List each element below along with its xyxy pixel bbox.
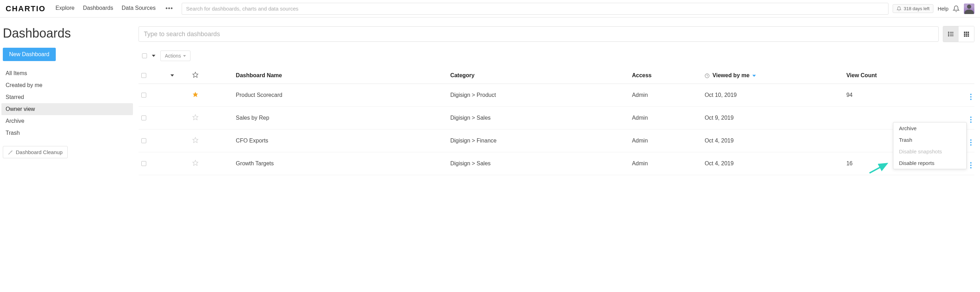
row-menu-icon[interactable] [970,139,972,146]
nav-more-icon[interactable]: ••• [164,5,175,12]
sort-desc-icon [752,75,756,77]
svg-rect-13 [966,35,967,37]
row-viewed: Oct 4, 2019 [702,129,843,152]
star-icon[interactable] [192,114,199,120]
sidebar-item-archive[interactable]: Archive [2,115,133,127]
nav-explore[interactable]: Explore [56,5,74,12]
star-column-icon[interactable] [192,72,199,78]
wand-icon [8,150,13,155]
svg-point-5 [948,35,949,36]
dashboard-cleanup-button[interactable]: Dashboard Cleanup [3,146,68,158]
row-menu-icon[interactable] [970,162,972,168]
svg-rect-8 [968,32,969,33]
global-search-input[interactable] [182,3,889,15]
svg-point-4 [948,34,949,34]
svg-rect-12 [964,35,965,37]
clock-icon [705,73,710,78]
row-name: CFO Exports [233,129,447,152]
notifications-icon[interactable] [953,5,960,12]
row-access: Admin [629,84,702,107]
menu-disable-reports[interactable]: Disable reports [893,157,966,169]
days-left-text: 318 days left [904,6,929,11]
actions-label: Actions [165,53,181,59]
list-view-toggle[interactable] [943,26,959,42]
col-name[interactable]: Dashboard Name [233,67,447,84]
sidebar-item-owner-view[interactable]: Owner view [2,103,133,115]
help-link[interactable]: Help [937,6,948,11]
svg-marker-18 [193,115,198,120]
svg-rect-11 [968,34,969,35]
table-row[interactable]: Growth Targets Digisign > Sales Admin Oc… [138,152,974,175]
svg-rect-14 [968,35,969,37]
new-dashboard-button[interactable]: New Dashboard [3,48,56,61]
svg-marker-20 [193,160,198,166]
row-context-menu: Archive Trash Disable snapshots Disable … [893,122,967,169]
col-category[interactable]: Category [447,67,629,84]
svg-marker-17 [193,92,198,97]
row-name: Growth Targets [233,152,447,175]
svg-rect-7 [966,32,967,33]
topbar: CHARTIO Explore Dashboards Data Sources … [0,0,980,18]
row-access: Admin [629,152,702,175]
row-menu-icon[interactable] [970,94,972,100]
menu-archive[interactable]: Archive [893,123,966,134]
col-access[interactable]: Access [629,67,702,84]
view-toggles [943,26,974,42]
actions-button[interactable]: Actions [160,51,191,61]
dashboards-table: Dashboard Name Category Access Viewed by… [138,67,974,175]
row-access: Admin [629,129,702,152]
row-viewed: Oct 4, 2019 [702,152,843,175]
nav-dashboards[interactable]: Dashboards [83,5,113,12]
table-row[interactable]: Product Scorecard Digisign > Product Adm… [138,84,974,107]
star-icon[interactable] [192,137,199,143]
topnav: Explore Dashboards Data Sources ••• [56,5,174,12]
nav-datasources[interactable]: Data Sources [122,5,156,12]
select-caret-icon[interactable] [152,55,155,57]
main-content: Actions Dashboard Name Category Access [138,18,980,175]
star-icon[interactable] [192,91,199,97]
row-name: Sales by Rep [233,107,447,129]
caret-down-icon [183,55,186,57]
page-title: Dashboards [2,26,133,41]
bell-icon [897,6,901,11]
svg-rect-10 [966,34,967,35]
row-checkbox[interactable] [142,161,146,166]
header-checkbox[interactable] [142,73,146,78]
menu-disable-snapshots[interactable]: Disable snapshots [893,146,966,157]
dashboard-search-input[interactable] [138,26,939,42]
svg-rect-6 [964,32,965,33]
row-category: Digisign > Sales [447,152,629,175]
row-viewed: Oct 9, 2019 [702,107,843,129]
row-checkbox[interactable] [142,115,146,120]
table-row[interactable]: CFO Exports Digisign > Finance Admin Oct… [138,129,974,152]
select-all-checkbox[interactable] [142,53,147,58]
row-category: Digisign > Product [447,84,629,107]
table-row[interactable]: Sales by Rep Digisign > Sales Admin Oct … [138,107,974,129]
row-checkbox[interactable] [142,93,146,97]
sidebar-item-starred[interactable]: Starred [2,91,133,103]
row-access: Admin [629,107,702,129]
row-viewed: Oct 10, 2019 [702,84,843,107]
col-viewed-label: Viewed by me [713,72,749,78]
svg-marker-19 [193,137,198,143]
days-left-badge[interactable]: 318 days left [892,4,933,13]
row-view-count: 94 [843,84,945,107]
row-menu-icon[interactable] [970,116,972,123]
star-icon[interactable] [192,160,199,166]
list-icon [947,30,955,38]
col-view-count[interactable]: View Count [843,67,945,84]
svg-point-3 [948,32,949,33]
sidebar-item-all[interactable]: All Items [2,67,133,79]
grid-view-toggle[interactable] [959,26,974,42]
menu-trash[interactable]: Trash [893,134,966,146]
svg-marker-15 [193,72,198,78]
row-category: Digisign > Finance [447,129,629,152]
row-category: Digisign > Sales [447,107,629,129]
row-name: Product Scorecard [233,84,447,107]
row-checkbox[interactable] [142,138,146,143]
sidebar-item-created-by-me[interactable]: Created by me [2,79,133,91]
col-viewed[interactable]: Viewed by me [702,67,843,84]
avatar[interactable] [964,3,974,14]
sidebar-item-trash[interactable]: Trash [2,127,133,139]
header-caret-icon[interactable] [170,74,174,77]
